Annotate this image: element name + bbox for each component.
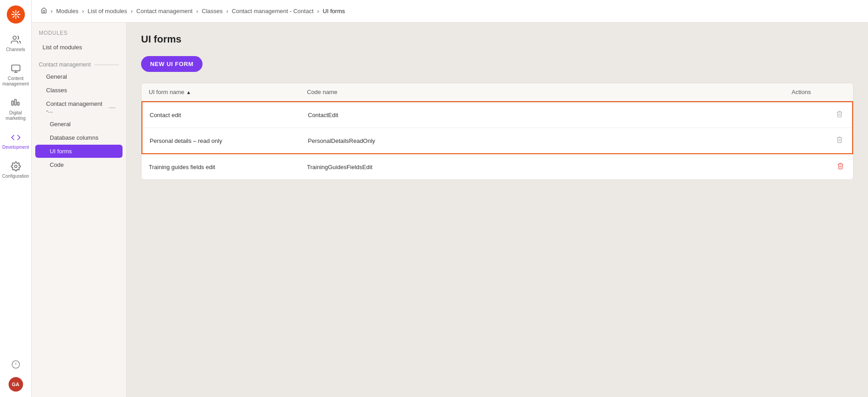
col-header-actions: Actions [792,89,846,95]
ui-form-name-cell-2: Personal details – read only [150,137,308,144]
sidebar-general-1-label: General [46,73,67,80]
svg-rect-12 [14,99,16,105]
sidebar-general-2[interactable]: General [35,118,123,131]
sidebar-item-development[interactable]: Development [2,128,29,154]
col-code-name-label: Code name [307,89,337,95]
highlighted-rows-group: Contact edit ContactEdit [142,101,853,154]
sidebar-database-columns[interactable]: Database columns [35,131,123,144]
svg-point-0 [14,14,17,16]
svg-rect-10 [11,65,19,71]
breadcrumb: › Modules › List of modules › Contact ma… [32,0,868,23]
svg-rect-13 [17,102,19,105]
col-ui-form-name-label: UI form name [149,89,184,95]
configuration-label: Configuration [2,174,29,179]
left-navigation: Channels Content management Digital mark… [0,0,32,397]
sidebar-group-label: Contact management [39,61,91,68]
content-row: Modules List of modules Contact manageme… [32,23,868,397]
ui-form-name-cell-1: Contact edit [150,112,308,118]
actions-cell-3 [792,161,846,173]
breadcrumb-contact-management-contact[interactable]: Contact management - Contact [232,8,314,14]
breadcrumb-sep-5: › [226,8,228,14]
breadcrumb-sep-4: › [196,8,198,14]
digital-marketing-label: Digital marketing [5,110,27,121]
info-icon [11,360,20,369]
breadcrumb-sep-2: › [82,8,84,14]
main-area: › Modules › List of modules › Contact ma… [32,0,868,397]
svg-line-7 [17,12,19,13]
actions-cell-2 [791,134,845,147]
code-name-cell-2: PersonalDetailsReadOnly [308,137,791,144]
sidebar-section-modules: Modules [32,30,126,40]
trash-icon-1 [836,110,843,118]
digital-icon [10,98,21,109]
actions-cell-1 [791,109,845,121]
configuration-icon [10,161,21,172]
sidebar-minus-icon: — [109,104,115,111]
page-content: UI forms NEW UI FORM UI form name ▲ Code… [127,23,868,397]
development-label: Development [2,145,29,150]
table-header: UI form name ▲ Code name Actions [142,83,853,101]
sidebar-contact-management-sub[interactable]: Contact management -... — [35,97,123,117]
col-header-code-name: Code name [307,89,792,95]
channels-label: Channels [6,47,25,52]
app-logo[interactable] [7,5,25,24]
code-name-cell-3: TrainingGuidesFieldsEdit [307,164,792,170]
table-row: Contact edit ContactEdit [142,102,852,128]
nav-bottom: GA [9,357,23,392]
table-row: Personal details – read only PersonalDet… [142,128,852,153]
sidebar-item-digital-marketing[interactable]: Digital marketing [2,94,29,125]
delete-button-2[interactable] [834,134,845,147]
breadcrumb-home-icon[interactable] [41,7,47,15]
sidebar-item-channels[interactable]: Channels [2,31,29,56]
col-actions-label: Actions [792,89,811,95]
delete-button-3[interactable] [835,161,846,173]
table-wrapper: UI form name ▲ Code name Actions Contact… [141,83,854,180]
sidebar-general-1[interactable]: General [35,70,123,83]
col-header-ui-form-name[interactable]: UI form name ▲ [149,89,307,95]
svg-line-6 [17,16,19,17]
channels-icon [10,34,21,45]
content-management-label: Content management [2,76,28,87]
table-row: Training guides fields edit TrainingGuid… [142,154,853,180]
content-icon [10,63,21,74]
sidebar-ui-forms[interactable]: UI forms [35,145,123,158]
development-icon [10,132,21,143]
sort-arrow-icon: ▲ [186,90,191,95]
sidebar-contact-management-sub-label: Contact management -... [46,100,109,114]
sidebar-classes[interactable]: Classes [35,84,123,97]
sidebar-item-content-management[interactable]: Content management [2,60,29,90]
breadcrumb-sep-6: › [317,8,319,14]
breadcrumb-ui-forms: UI forms [323,8,345,14]
user-avatar[interactable]: GA [9,377,23,392]
new-ui-form-button[interactable]: NEW UI FORM [141,56,203,72]
breadcrumb-sep-3: › [131,8,132,14]
breadcrumb-sep-1: › [51,8,52,14]
trash-icon-3 [837,162,844,170]
sidebar-classes-label: Classes [46,87,67,94]
svg-line-5 [13,12,14,13]
svg-point-14 [14,165,17,168]
info-icon-btn[interactable] [9,357,23,372]
trash-icon-2 [836,136,843,143]
sidebar-contact-management-group: Contact management [32,58,126,70]
logo-icon [11,9,21,19]
breadcrumb-contact-management[interactable]: Contact management [137,8,193,14]
svg-rect-11 [11,101,13,105]
sidebar-item-configuration[interactable]: Configuration [2,157,29,183]
breadcrumb-classes[interactable]: Classes [202,8,222,14]
svg-line-8 [13,16,14,17]
delete-button-1[interactable] [834,109,845,121]
sidebar: Modules List of modules Contact manageme… [32,23,127,397]
page-title: UI forms [141,33,854,45]
code-name-cell-1: ContactEdit [308,112,791,118]
sidebar-group-divider [94,65,119,65]
breadcrumb-list-of-modules[interactable]: List of modules [88,8,127,14]
svg-point-9 [13,36,16,39]
breadcrumb-modules[interactable]: Modules [56,8,78,14]
ui-form-name-cell-3: Training guides fields edit [149,164,307,170]
sidebar-code[interactable]: Code [35,158,123,171]
sidebar-list-of-modules[interactable]: List of modules [35,40,123,54]
